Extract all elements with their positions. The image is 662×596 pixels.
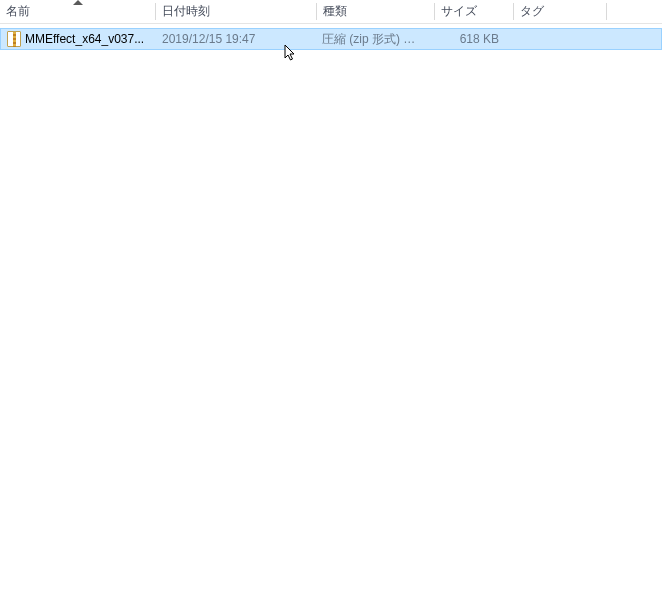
- file-row[interactable]: MMEffect_x64_v037... 2019/12/15 19:47 圧縮…: [0, 28, 662, 50]
- column-header-date[interactable]: 日付時刻: [156, 0, 316, 23]
- column-header-row: 名前 日付時刻 種類 サイズ タグ: [0, 0, 662, 24]
- column-header-name-label: 名前: [6, 3, 30, 20]
- column-header-date-label: 日付時刻: [162, 3, 210, 20]
- column-header-size[interactable]: サイズ: [435, 0, 513, 23]
- file-type-cell: 圧縮 (zip 形式) フォ...: [316, 31, 433, 48]
- file-size-cell: 618 KB: [433, 32, 511, 46]
- column-header-tags[interactable]: タグ: [514, 0, 606, 23]
- column-header-tags-label: タグ: [520, 3, 544, 20]
- column-header-name[interactable]: 名前: [0, 0, 155, 23]
- column-header-type[interactable]: 種類: [317, 0, 434, 23]
- column-header-type-label: 種類: [323, 3, 347, 20]
- file-list-area[interactable]: MMEffect_x64_v037... 2019/12/15 19:47 圧縮…: [0, 28, 662, 50]
- file-date-cell: 2019/12/15 19:47: [156, 32, 316, 46]
- header-separator[interactable]: [606, 3, 607, 20]
- sort-ascending-icon: [73, 0, 83, 5]
- column-header-size-label: サイズ: [441, 3, 477, 20]
- file-name-cell[interactable]: MMEffect_x64_v037...: [1, 31, 156, 47]
- zip-file-icon: [7, 31, 21, 47]
- file-name-text: MMEffect_x64_v037...: [25, 32, 150, 46]
